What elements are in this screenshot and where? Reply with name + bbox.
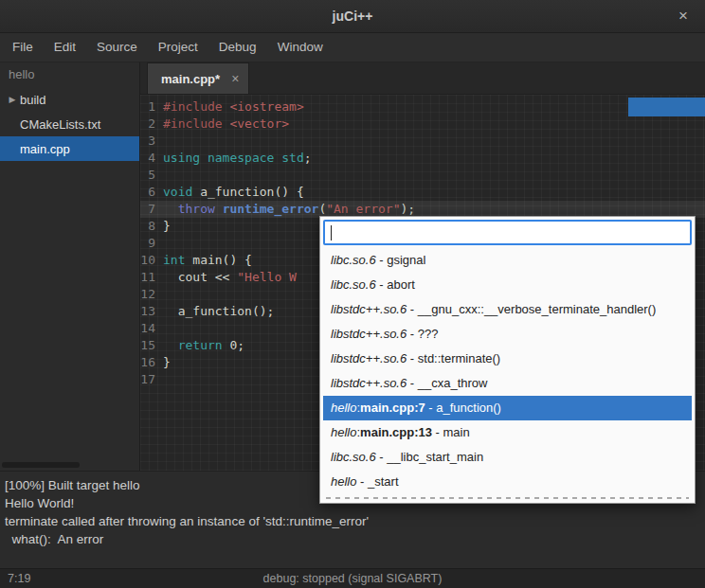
tab-bar: main.cpp* × <box>140 62 705 95</box>
code-token: runtime_error <box>223 202 319 216</box>
backtrace-item[interactable]: hello:main.cpp:7 - a_function() <box>323 396 692 420</box>
backtrace-item[interactable]: libstdc++.so.6 - std::terminate() <box>323 347 692 371</box>
tab-close-icon[interactable]: × <box>231 71 239 86</box>
menu-source[interactable]: Source <box>86 33 148 62</box>
code-token <box>215 202 223 216</box>
code-token: throw <box>178 202 215 216</box>
backtrace-item-text: libc.so.6 <box>331 253 376 267</box>
backtrace-item[interactable]: libc.so.6 - abort <box>323 273 692 297</box>
backtrace-item[interactable]: libstdc++.so.6 - __cxa_throw <box>323 371 692 396</box>
code-line: 6void a_function() { <box>140 184 705 201</box>
code-token: #include <box>163 116 223 131</box>
project-name: hello <box>0 62 139 87</box>
tree-item-build[interactable]: ▶build <box>0 87 139 112</box>
close-icon[interactable]: × <box>673 0 694 32</box>
status-bar: 7:19 debug: stopped (signal SIGABRT) <box>0 568 705 588</box>
tree-item-cmakelists-txt[interactable]: CMakeLists.txt <box>0 112 139 136</box>
code-token: <iostream> <box>229 99 303 114</box>
line-number: 6 <box>140 184 163 201</box>
code-token: cout << <box>163 270 237 284</box>
backtrace-item-text: - abort <box>376 277 415 292</box>
menu-file[interactable]: File <box>2 33 44 62</box>
backtrace-item-text: main.cpp:13 <box>360 425 432 439</box>
titlebar: juCi++ × <box>0 0 705 33</box>
backtrace-list: libc.so.6 - gsignallibc.so.6 - abortlibs… <box>323 248 692 494</box>
tab-main-cpp[interactable]: main.cpp* × <box>147 62 249 94</box>
tab-label: main.cpp* <box>161 72 220 86</box>
code-line: 3 <box>140 133 705 150</box>
line-number: 15 <box>140 337 163 354</box>
code-token <box>163 202 178 216</box>
backtrace-item-text: - __libc_start_main <box>376 450 483 464</box>
backtrace-popup: libc.so.6 - gsignallibc.so.6 - abortlibs… <box>319 216 696 504</box>
file-tree-sidebar: hello ▶buildCMakeLists.txtmain.cpp <box>0 62 140 471</box>
code-token: void <box>163 185 192 199</box>
line-number: 3 <box>140 133 163 150</box>
backtrace-item-text: - gsignal <box>376 253 426 267</box>
backtrace-item-text: hello <box>331 401 356 415</box>
line-number: 13 <box>140 303 163 320</box>
code-text: #include <iostream> <box>163 98 304 116</box>
scrollbar-thumb[interactable] <box>628 98 705 116</box>
file-tree: ▶buildCMakeLists.txtmain.cpp <box>0 87 139 161</box>
line-number: 9 <box>140 235 163 252</box>
expander-icon[interactable]: ▶ <box>5 95 20 104</box>
backtrace-item-text: libstdc++.so.6 <box>331 351 407 365</box>
line-number: 1 <box>140 98 163 116</box>
line-number: 2 <box>140 116 163 133</box>
text-caret <box>331 225 332 241</box>
line-number: 16 <box>140 354 163 371</box>
code-text: cout << "Hello W <box>163 269 297 286</box>
line-number: 11 <box>140 269 163 286</box>
popup-search-input[interactable] <box>323 220 692 245</box>
backtrace-item[interactable]: hello - _start <box>323 470 692 494</box>
code-line: 5 <box>140 167 705 184</box>
code-line: 1#include <iostream> <box>140 98 705 116</box>
tree-item-main-cpp[interactable]: main.cpp <box>0 136 139 161</box>
code-text: } <box>163 218 171 235</box>
code-token: a_function() { <box>192 185 303 199</box>
menu-edit[interactable]: Edit <box>44 33 86 62</box>
line-number: 17 <box>140 371 163 388</box>
backtrace-item[interactable]: libstdc++.so.6 - ??? <box>323 322 692 347</box>
backtrace-item-text: - std::terminate() <box>407 351 500 365</box>
line-number: 7 <box>140 201 163 218</box>
code-token: int <box>163 253 185 267</box>
backtrace-item-text: libstdc++.so.6 <box>331 327 407 341</box>
code-token <box>163 338 178 352</box>
scroll-undershoot-indicator <box>326 497 689 499</box>
backtrace-item-text: libc.so.6 <box>331 277 376 292</box>
backtrace-item-text: hello <box>331 474 356 489</box>
code-token: <vector> <box>229 116 289 131</box>
backtrace-item-text: - __gnu_cxx::__verbose_terminate_handler… <box>407 302 656 316</box>
console-line: terminate called after throwing an insta… <box>5 512 705 530</box>
code-text: } <box>163 354 171 371</box>
tree-item-label: CMakeLists.txt <box>20 117 100 132</box>
code-text: int main() { <box>163 252 252 269</box>
backtrace-item-text: hello <box>331 425 356 439</box>
backtrace-item[interactable]: libstdc++.so.6 - __gnu_cxx::__verbose_te… <box>323 297 692 322</box>
backtrace-item-text: libstdc++.so.6 <box>331 302 407 316</box>
backtrace-item-text: - __cxa_throw <box>407 376 487 390</box>
line-number: 8 <box>140 218 163 235</box>
console-line: what(): An error <box>5 530 705 548</box>
menu-project[interactable]: Project <box>148 33 208 62</box>
menu-window[interactable]: Window <box>267 33 334 62</box>
code-text: void a_function() { <box>163 184 304 201</box>
line-number: 12 <box>140 286 163 303</box>
backtrace-item[interactable]: libc.so.6 - __libc_start_main <box>323 445 692 470</box>
line-number: 14 <box>140 320 163 337</box>
tree-item-label: build <box>20 93 45 107</box>
menu-debug[interactable]: Debug <box>208 33 267 62</box>
code-text: return 0; <box>163 337 244 354</box>
code-token: a_function(); <box>163 304 274 318</box>
backtrace-item-text: - main <box>432 425 470 439</box>
window-title: juCi++ <box>0 0 705 32</box>
horizontal-scrollbar-thumb[interactable] <box>2 462 80 468</box>
code-text: #include <vector> <box>163 116 289 133</box>
code-token: using namespace std <box>163 151 304 165</box>
backtrace-item[interactable]: hello:main.cpp:13 - main <box>323 420 692 445</box>
debug-status: debug: stopped (signal SIGABRT) <box>0 569 705 588</box>
backtrace-item[interactable]: libc.so.6 - gsignal <box>323 248 692 273</box>
code-token: return <box>178 338 223 352</box>
